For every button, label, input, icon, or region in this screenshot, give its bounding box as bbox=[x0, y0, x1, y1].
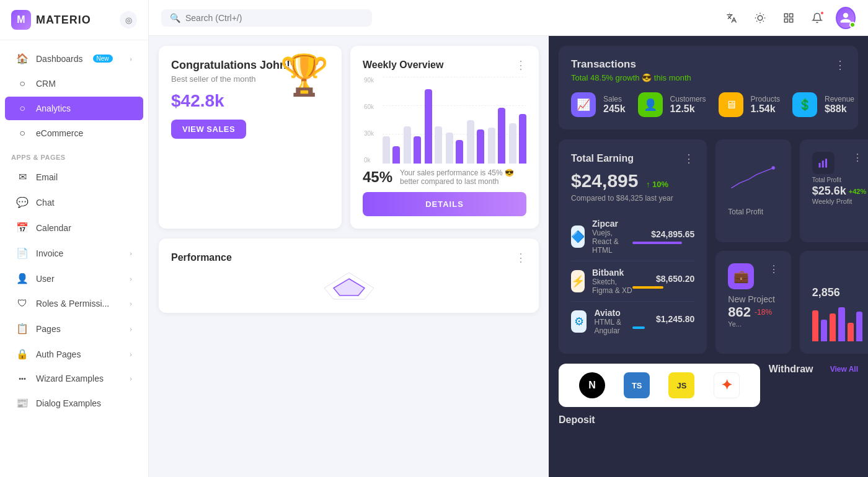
translate-icon[interactable] bbox=[722, 8, 742, 28]
figma-logo[interactable]: ✦ bbox=[714, 372, 740, 398]
main-content: 🔍 bbox=[149, 0, 868, 477]
chart-label-y: 60k bbox=[364, 103, 374, 110]
content-left: Congratulations John! 🥳 Best seller of t… bbox=[149, 36, 549, 477]
transactions-card: Transactions Total 48.5% growth 😎 this m… bbox=[559, 46, 858, 129]
earning-bar bbox=[632, 286, 663, 289]
mini-bars-chart bbox=[812, 304, 862, 341]
typescript-logo[interactable]: TS bbox=[624, 372, 650, 398]
chat-icon: 💬 bbox=[16, 196, 29, 208]
bar bbox=[467, 120, 474, 164]
brightness-icon[interactable] bbox=[750, 8, 770, 28]
svg-rect-12 bbox=[790, 19, 793, 22]
chart-label-y: 30k bbox=[364, 130, 374, 137]
sidebar-item-dashboards[interactable]: 🏠 Dashboards New › bbox=[5, 46, 143, 71]
avatar[interactable] bbox=[836, 8, 856, 28]
sidebar-toggle-icon[interactable]: ◎ bbox=[120, 11, 137, 28]
sidebar-item-label: CRM bbox=[36, 79, 56, 89]
stat-label: Customers bbox=[670, 95, 706, 103]
weekly-menu-icon[interactable]: ⋮ bbox=[515, 58, 526, 72]
svg-line-7 bbox=[756, 20, 757, 21]
sidebar-item-pages[interactable]: 📋 Pages › bbox=[5, 317, 143, 341]
chevron-icon: › bbox=[130, 55, 132, 63]
grid-icon[interactable] bbox=[779, 8, 799, 28]
pages-icon: 📋 bbox=[16, 323, 29, 335]
svg-rect-10 bbox=[790, 14, 793, 17]
sidebar-item-roles[interactable]: 🛡 Roles & Permissi... › bbox=[5, 292, 143, 315]
sidebar-item-invoice[interactable]: 📄 Invoice › bbox=[5, 241, 143, 265]
transactions-menu-icon[interactable]: ⋮ bbox=[835, 58, 846, 72]
stat-value: $88k bbox=[825, 103, 854, 115]
products-icon: 🖥 bbox=[719, 92, 743, 117]
sidebar-item-label: Roles & Permissi... bbox=[36, 299, 109, 309]
earning-name: Bitbank bbox=[592, 268, 632, 278]
notification-dot bbox=[820, 11, 825, 15]
bar bbox=[435, 126, 442, 164]
details-button[interactable]: DETAILS bbox=[363, 192, 526, 216]
stat-label: Revenue bbox=[825, 95, 854, 103]
search-bar[interactable]: 🔍 bbox=[161, 9, 372, 27]
search-input[interactable] bbox=[185, 13, 363, 23]
sidebar-item-auth[interactable]: 🔒 Auth Pages › bbox=[5, 342, 143, 366]
stat-value: 12.5k bbox=[670, 103, 706, 115]
transactions-subtitle: Total 48.5% growth 😎 this month bbox=[571, 73, 691, 82]
content-right: Transactions Total 48.5% growth 😎 this m… bbox=[549, 36, 868, 477]
sidebar-item-user[interactable]: 👤 User › bbox=[5, 266, 143, 291]
bar-group bbox=[446, 133, 463, 164]
weekly-title: Weekly Overview bbox=[363, 59, 443, 71]
bar-group bbox=[467, 120, 484, 164]
performance-menu-icon[interactable]: ⋮ bbox=[515, 251, 526, 265]
sidebar-item-analytics[interactable]: ○ Analytics bbox=[5, 97, 143, 120]
svg-marker-14 bbox=[334, 279, 365, 295]
sidebar-item-label: Analytics bbox=[36, 103, 71, 113]
chevron-icon: › bbox=[130, 375, 132, 382]
ecommerce-icon: ○ bbox=[16, 128, 29, 139]
user-icon: 👤 bbox=[16, 273, 29, 284]
earning-sub: Vuejs, React & HTML bbox=[592, 229, 632, 255]
stat-value: 245k bbox=[603, 103, 626, 115]
bar-group bbox=[425, 89, 442, 164]
sidebar-logo: M MATERIO ◎ bbox=[0, 0, 148, 40]
sidebar-item-crm[interactable]: ○ CRM bbox=[5, 72, 143, 95]
sales-icon: 📈 bbox=[571, 92, 596, 117]
revenue-icon: 💲 bbox=[792, 92, 817, 117]
roles-icon: 🛡 bbox=[16, 298, 29, 309]
mini-bar bbox=[821, 320, 827, 341]
chevron-icon: › bbox=[130, 250, 132, 257]
earning-amount-right: $1,245.80 bbox=[632, 314, 694, 324]
nextjs-logo[interactable]: N bbox=[579, 372, 605, 398]
weekly-header: Weekly Overview ⋮ bbox=[363, 58, 526, 72]
sidebar-item-email[interactable]: ✉ Email bbox=[5, 165, 143, 189]
stat-sales: 📈 Sales 245k bbox=[571, 92, 626, 117]
sidebar-item-dialog[interactable]: 📰 Dialog Examples bbox=[5, 391, 143, 415]
crm-icon: ○ bbox=[16, 78, 29, 89]
sidebar-item-calendar[interactable]: 📅 Calendar bbox=[5, 216, 143, 240]
bar bbox=[509, 123, 516, 164]
sidebar-item-ecommerce[interactable]: ○ eCommerce bbox=[5, 121, 143, 145]
tech-logos-row: N TS JS ✦ bbox=[559, 364, 760, 407]
sidebar-item-wizard[interactable]: ••• Wizard Examples › bbox=[5, 367, 143, 390]
profit-card-menu-icon[interactable]: ⋮ bbox=[852, 152, 862, 164]
mini-bar bbox=[838, 307, 844, 341]
svg-line-4 bbox=[763, 20, 764, 21]
earning-amount: $24,895 bbox=[571, 170, 638, 191]
bell-icon[interactable] bbox=[807, 8, 827, 28]
logo-icon: M bbox=[11, 10, 31, 30]
chart-label-y: 0k bbox=[364, 157, 374, 164]
earning-menu-icon[interactable]: ⋮ bbox=[683, 152, 694, 165]
earning-row-bitbank: ⚡ Bitbank Sketch, Figma & XD $8,650.20 bbox=[571, 261, 694, 302]
mini-bar bbox=[812, 310, 818, 341]
view-sales-button[interactable]: VIEW SALES bbox=[171, 120, 246, 139]
online-dot bbox=[849, 22, 856, 28]
javascript-logo[interactable]: JS bbox=[668, 372, 694, 398]
performance-card: Performance ⋮ bbox=[159, 239, 539, 313]
earning-row-zipcar: 🔷 Zipcar Vuejs, React & HTML $24,895.65 bbox=[571, 212, 694, 261]
bitbank-logo: ⚡ bbox=[571, 270, 585, 292]
sidebar-item-chat[interactable]: 💬 Chat bbox=[5, 190, 143, 214]
view-all-link[interactable]: View All bbox=[830, 365, 858, 374]
profit-line-chart bbox=[728, 152, 778, 208]
earning-sub: Sketch, Figma & XD bbox=[592, 278, 632, 295]
total-profit-value-card: ⋮ Total Profit $25.6k +42% Weekly Profit bbox=[800, 139, 868, 242]
new-project-menu-icon[interactable]: ⋮ bbox=[769, 263, 779, 275]
chevron-icon: › bbox=[130, 351, 132, 358]
bar bbox=[446, 133, 453, 164]
